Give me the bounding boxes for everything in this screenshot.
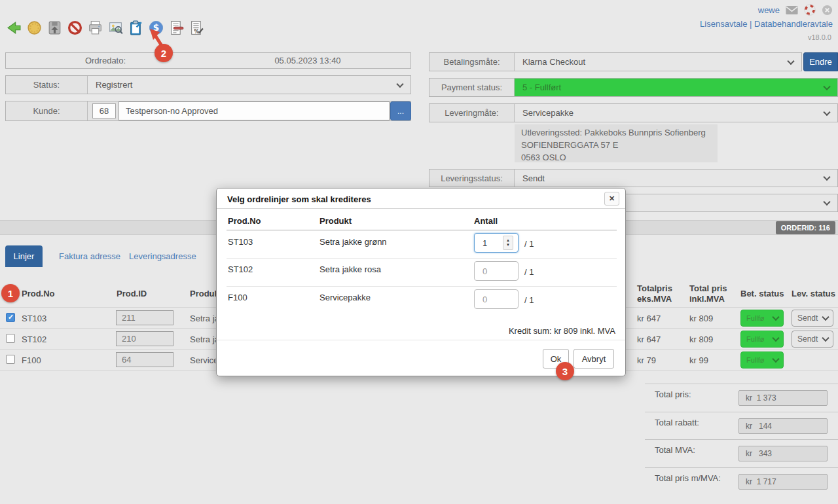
leveringsstatus-label: Leveringsstatus: (429, 170, 515, 187)
address-line: 0563 OSLO (521, 151, 711, 164)
payment-status-select[interactable]: 5 - Fullført (515, 79, 837, 96)
help-lifering-icon[interactable] (804, 4, 816, 16)
line-checkbox-1[interactable] (6, 334, 15, 343)
status-value: Registrert (96, 80, 132, 90)
username-link[interactable]: wewe (758, 5, 780, 15)
close-session-icon[interactable] (822, 5, 833, 16)
line-total-inkl: kr 99 (689, 355, 708, 365)
modal-title: Velg ordrelinjer som skal krediteres (227, 194, 371, 204)
modal-prodno: ST103 (228, 237, 253, 247)
modal-qty-max: / 1 (524, 239, 534, 249)
chevron-down-icon (823, 198, 830, 206)
kunde-browse-button[interactable]: ... (390, 101, 411, 120)
tab-leveringsadresse[interactable]: Leveringsadresse (129, 251, 196, 261)
line-levstatus-select-0[interactable]: Sendt (792, 310, 833, 327)
svg-text:%: % (194, 28, 200, 35)
ordredato-label: Ordredato: (6, 53, 205, 68)
back-icon[interactable] (5, 19, 23, 37)
status-row: Status: Registrert (5, 75, 411, 94)
coin-icon[interactable] (26, 19, 43, 37)
leveringsstatus-select[interactable]: Sendt (515, 170, 837, 187)
kunde-id-input[interactable] (92, 103, 116, 118)
modal-produkt: Setra jakke grønn (319, 237, 387, 247)
modal-col-prodno: Prod.No (228, 216, 261, 226)
modal-prodno: F100 (228, 293, 247, 302)
bet-status-value: Fullfø (746, 314, 765, 322)
col-header-total-inkl: Total pris inkl.MVA (689, 283, 731, 304)
address-line: SOFIENBERGGATA 57 E (521, 139, 711, 151)
version-label: v18.0.0 (808, 33, 831, 41)
line-levstatus-select-1[interactable]: Sendt (792, 331, 833, 348)
line-total-inkl: kr 809 (689, 334, 713, 344)
order-page: wewe Lisensavtale | Databehandleravtale … (0, 0, 838, 504)
modal-col-antall: Antall (474, 216, 498, 226)
credit-note-icon[interactable] (168, 19, 185, 37)
total-rabatt-label: Total rabatt: (655, 418, 699, 427)
col-header-total-eks: Totalpris eks.MVA (637, 283, 679, 304)
tab-linjer[interactable]: Linjer (5, 245, 43, 267)
kunde-name-input[interactable] (118, 101, 390, 120)
kredit-sum-label: Kredit sum: kr 809 inkl. MVA (509, 326, 615, 336)
print-icon[interactable] (86, 19, 104, 37)
line-total-inkl: kr 809 (689, 314, 713, 323)
line-total-eks: kr 79 (637, 355, 656, 365)
ordredato-row: Ordredato: 05.05.2023 13:40 (5, 52, 411, 69)
line-checkbox-0[interactable] (6, 313, 15, 322)
qty-spinner[interactable]: ▲▼ (503, 236, 513, 250)
total-mva-label: Total MVA: (655, 445, 695, 455)
total-pris-label: Total pris: (655, 389, 691, 399)
line-prodno: F100 (22, 355, 41, 365)
image-preview-icon[interactable] (107, 19, 124, 37)
license-link[interactable]: Lisensavtale (700, 19, 747, 29)
col-header-lev-status: Lev. status (792, 289, 835, 299)
line-prodid-input-2[interactable] (116, 352, 173, 367)
status-select[interactable]: Registrert (88, 76, 410, 94)
col-header-prodno: Prod.No (22, 289, 55, 299)
endre-button[interactable]: Endre (803, 52, 838, 71)
modal-close-button[interactable]: ✕ (604, 192, 619, 206)
leveringmate-row: Leveringmåte: Servicepakke (429, 103, 838, 122)
line-betstatus-select-0[interactable]: Fullfø (740, 310, 784, 327)
chevron-down-icon (822, 334, 829, 342)
total-pris-mmva-value: kr 1 717 (738, 474, 828, 490)
save-icon[interactable] (46, 19, 64, 37)
modal-qty-input-1[interactable] (474, 261, 519, 281)
chevron-down-icon (772, 355, 779, 363)
cancel-icon[interactable] (66, 19, 84, 37)
line-prodid-input-0[interactable] (116, 310, 173, 325)
dpa-link[interactable]: Databehandleravtale (754, 19, 833, 29)
tab-faktura-adresse[interactable]: Faktura adresse (59, 251, 120, 261)
modal-produkt: Servicepakke (319, 293, 371, 302)
annotation-step-2: 2 (155, 44, 173, 62)
line-total-eks: kr 647 (637, 314, 661, 323)
ordredato-value: 05.05.2023 13:40 (205, 53, 410, 68)
spinner-up-icon[interactable]: ▲ (506, 238, 510, 243)
lev-status-value: Sendt (797, 334, 818, 344)
spinner-down-icon[interactable]: ▼ (506, 243, 510, 247)
chevron-down-icon (396, 80, 403, 87)
chevron-down-icon (787, 57, 794, 64)
close-icon: ✕ (609, 194, 615, 203)
clipboard-icon[interactable] (127, 19, 145, 37)
line-betstatus-select-2[interactable]: Fullfø (740, 351, 784, 369)
chevron-down-icon (822, 314, 829, 321)
chevron-down-icon (772, 334, 779, 342)
col-header-bet-status: Bet. status (740, 289, 784, 299)
modal-qty-input-2[interactable] (474, 289, 519, 309)
payment-status-value: 5 - Fullført (522, 82, 561, 92)
payment-status-row: Payment status: 5 - Fullført (429, 78, 838, 97)
leveringmate-select[interactable]: Servicepakke (515, 104, 837, 122)
betalingsmate-select[interactable]: Klarna Checkout (515, 53, 801, 71)
modal-qty-max: / 1 (524, 267, 534, 277)
mail-icon[interactable] (786, 5, 798, 15)
line-betstatus-select-1[interactable]: Fullfø (740, 331, 784, 348)
line-prodid-input-1[interactable] (116, 331, 173, 346)
edit-invoice-icon[interactable]: % (188, 19, 206, 37)
line-prodno: ST102 (22, 334, 46, 344)
total-mva-value: kr 343 (738, 446, 828, 461)
line-checkbox-2[interactable] (6, 355, 15, 364)
link-separator: | (750, 19, 752, 29)
avbryt-button[interactable]: Avbryt (574, 349, 614, 369)
modal-col-produkt: Produkt (319, 216, 352, 226)
toolbar: $ % (5, 19, 206, 37)
